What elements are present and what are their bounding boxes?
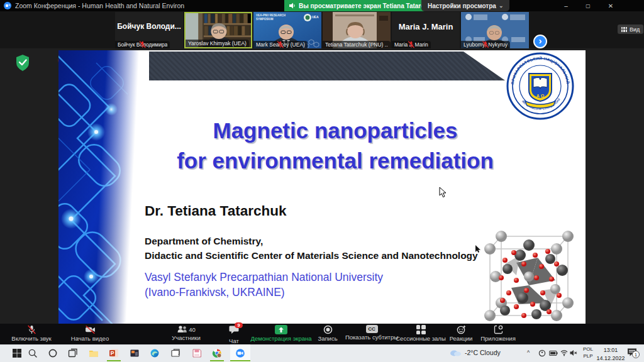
minimize-button[interactable]: – (557, 0, 575, 11)
security-shield-icon[interactable] (15, 54, 30, 72)
view-settings-label: Настройки просмотра (428, 3, 496, 9)
participant-tile-nykyruy[interactable]: Lyubomyr Nykyruy (461, 12, 529, 48)
reactions-icon (457, 325, 466, 334)
participant-name-label: Yaroslav Khimyak (UEA) (186, 40, 249, 47)
participant-name-label: Lyubomyr Nykyruy (461, 41, 510, 48)
slide-university: Vasyl Stefanyk Precarpathian National Un… (145, 270, 383, 300)
muted-mic-icon (115, 41, 170, 48)
participant-tile-searcey[interactable]: UEA-PNU RESEARCH SYMPOSIUM UEA Mark Sear… (253, 12, 321, 48)
presenter-cursor-icon (475, 245, 481, 253)
close-button[interactable]: ✕ (602, 0, 619, 11)
participant-tile-boichuk[interactable]: Бойчук Володи... Бойчук Володимира (115, 12, 183, 48)
record-button[interactable]: Запись (312, 325, 343, 342)
network-icon[interactable] (560, 349, 568, 356)
battery-icon[interactable] (549, 350, 558, 356)
muted-mic-icon (253, 41, 308, 48)
edge-icon[interactable] (150, 348, 160, 358)
floppy-app-icon[interactable] (192, 348, 202, 358)
file-explorer-icon[interactable] (89, 348, 99, 358)
participant-display-name: Maria J. Marin (392, 12, 460, 41)
window-titlebar: Zoom Конференция - Human Health and Natu… (0, 0, 644, 11)
participants-button[interactable]: 40 Участники (158, 325, 214, 341)
window-title: Zoom Конференция - Human Health and Natu… (15, 2, 184, 9)
unmute-button[interactable]: Включить звук (5, 325, 58, 342)
maximize-button[interactable]: ▢ (579, 0, 597, 11)
share-screen-icon (275, 325, 287, 334)
speaker-icon (289, 3, 296, 9)
running-indicator-zoom (230, 360, 250, 361)
powerpoint-icon[interactable]: P (109, 348, 119, 358)
view-button[interactable]: Вид (618, 25, 643, 34)
participants-icon (177, 325, 187, 334)
crystal-structure-figure (480, 228, 582, 323)
clock-date: 14.12.2022 (595, 354, 626, 362)
svg-text:P: P (111, 350, 114, 356)
slide-title-line1: Magnetic nanoparticles (128, 116, 543, 146)
running-indicator-chrome (210, 360, 224, 361)
slide-header-bar (149, 52, 505, 80)
uea-logo-text: UEA (312, 15, 319, 19)
weather-cloud-icon (449, 348, 462, 356)
taskbar-clock[interactable]: 13:01 14.12.2022 (595, 346, 626, 362)
participants-count: 40 (189, 326, 196, 333)
apps-icon (494, 325, 503, 334)
university-logo: ПРИКАРПАТСЬКИЙ НАЦІОНАЛЬНИЙ УНІВЕРСИТЕТ … (506, 52, 574, 120)
participant-tile-marin[interactable]: Maria J. Marin Maria J. Marin (392, 12, 460, 48)
breakout-rooms-button[interactable]: Сессионные залы (396, 325, 446, 342)
participant-tile-khimyak[interactable]: Yaroslav Khimyak (UEA) (184, 12, 252, 48)
speaker-muted-icon[interactable] (570, 349, 577, 356)
participant-name-label: Maria J. Marin (392, 41, 431, 48)
running-indicator-powerpoint (107, 360, 121, 361)
mic-muted-icon (27, 325, 36, 334)
zoom-meeting-window: Zoom Конференция - Human Health and Natu… (0, 0, 644, 362)
reactions-button[interactable]: Реакции (446, 325, 476, 342)
chrome-icon[interactable] (212, 348, 222, 358)
search-icon[interactable] (28, 348, 38, 358)
task-view-icon[interactable] (68, 348, 78, 358)
participants-strip: Бойчук Володи... Бойчук Володимира (0, 11, 644, 48)
share-screen-button[interactable]: Демонстрация экрана (246, 325, 316, 342)
breakout-rooms-icon (416, 325, 426, 334)
participant-display-name: Бойчук Володи... (115, 12, 183, 41)
notification-count-badge: 1 (632, 351, 640, 358)
participant-name-label: Mark Searcey (UEA) (253, 41, 308, 48)
virtual-bg-text: UEA-PNU RESEARCH SYMPOSIUM (256, 14, 286, 21)
tray-chevron-up-icon[interactable]: ^ (527, 349, 530, 356)
record-icon (323, 325, 333, 334)
slide-department: Department of Chemistry, Didactic and Sc… (145, 234, 478, 263)
participant-name-label: Бойчук Володимира (115, 41, 170, 48)
photos-app-icon[interactable] (130, 348, 140, 358)
chevron-down-icon: ⌄ (499, 3, 504, 9)
view-grid-icon (621, 27, 627, 32)
logo-alpha-omega: Α Ω (536, 94, 545, 98)
participant-name-label: Tetiana Tatarchuk (PNU) ... (323, 41, 391, 48)
muted-mic-icon (461, 41, 510, 48)
camera-off-icon (85, 325, 96, 334)
captions-button[interactable]: CC Показать субтитры (345, 325, 399, 341)
zoom-app-icon (4, 2, 11, 9)
start-video-button[interactable]: Начать видео (62, 325, 118, 342)
slide-title: Magnetic nanoparticles for environmental… (128, 116, 543, 177)
presentation-slide: ПРИКАРПАТСЬКИЙ НАЦІОНАЛЬНИЙ УНІВЕРСИТЕТ … (58, 50, 586, 324)
language-indicator[interactable]: POLPLP (581, 346, 595, 360)
app-window-icon[interactable] (170, 348, 180, 358)
mouse-cursor-icon (439, 187, 447, 198)
clock-time: 13:01 (595, 346, 626, 354)
circuit-pattern-art (58, 50, 153, 324)
apps-button[interactable]: Приложения (476, 325, 520, 342)
tray-status-icon[interactable] (538, 349, 546, 357)
next-participants-arrow[interactable]: › (533, 35, 547, 48)
muted-mic-icon (392, 41, 431, 48)
zoom-taskbar-icon[interactable] (235, 348, 245, 358)
start-button[interactable] (12, 348, 22, 358)
notification-center-icon[interactable]: 1 (627, 348, 637, 356)
weather-text[interactable]: -2°C Cloudy (465, 349, 501, 356)
slide-author: Dr. Tetiana Tatarchuk (145, 203, 286, 219)
slide-title-line2: for environmental remediation (128, 146, 543, 176)
view-settings-dropdown[interactable]: Настройки просмотра ⌄ (421, 0, 509, 11)
chat-unread-badge: 9 (235, 322, 243, 328)
participant-tile-tatarchuk[interactable]: Tetiana Tatarchuk (PNU) ... (323, 12, 391, 48)
cortana-icon[interactable] (48, 348, 58, 358)
cc-icon: CC (366, 325, 378, 333)
zoom-toolbar: Включить звук ^ Начать видео ^ 40 Участн… (0, 324, 644, 344)
